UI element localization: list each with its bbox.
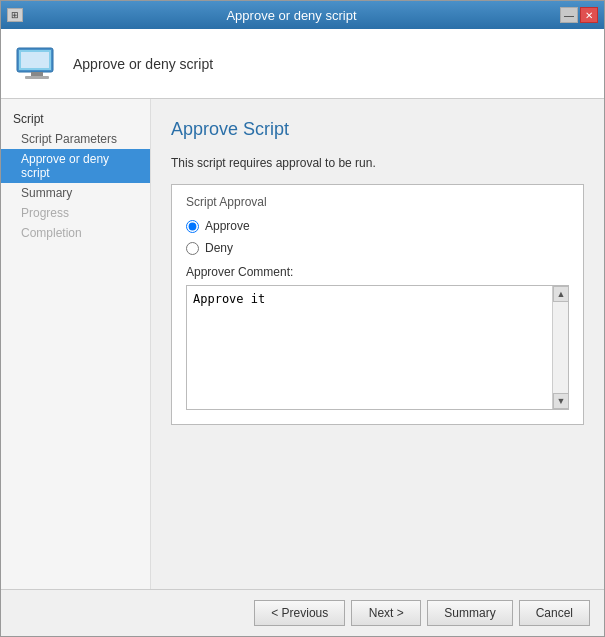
title-bar-controls: — ✕ — [560, 7, 598, 23]
window: ⊞ Approve or deny script — ✕ Approve or … — [0, 0, 605, 637]
script-approval-group: Script Approval Approve Deny Approver Co… — [171, 184, 584, 425]
sidebar-item-progress: Progress — [1, 203, 150, 223]
window-controls-left: ⊞ — [7, 8, 23, 22]
group-box-label: Script Approval — [186, 195, 569, 209]
deny-label[interactable]: Deny — [205, 241, 233, 255]
close-button[interactable]: ✕ — [580, 7, 598, 23]
sidebar-item-script-parameters[interactable]: Script Parameters — [1, 129, 150, 149]
svg-rect-2 — [31, 72, 43, 76]
sidebar-section-script: Script — [1, 109, 150, 129]
summary-button[interactable]: Summary — [427, 600, 512, 626]
window-icon: ⊞ — [7, 8, 23, 22]
next-button[interactable]: Next > — [351, 600, 421, 626]
content-area: Approve Script This script requires appr… — [151, 99, 604, 589]
scroll-down-arrow[interactable]: ▼ — [553, 393, 569, 409]
sidebar: Script Script Parameters Approve or deny… — [1, 99, 151, 589]
cancel-button[interactable]: Cancel — [519, 600, 590, 626]
approver-comment-textarea[interactable] — [187, 286, 568, 406]
header-text: Approve or deny script — [73, 56, 213, 72]
footer: < Previous Next > Summary Cancel — [1, 589, 604, 636]
approver-comment-label: Approver Comment: — [186, 265, 569, 279]
textarea-scrollbar: ▲ ▼ — [552, 286, 568, 409]
window-title: Approve or deny script — [23, 8, 560, 23]
scroll-up-arrow[interactable]: ▲ — [553, 286, 569, 302]
sidebar-item-summary[interactable]: Summary — [1, 183, 150, 203]
comment-textarea-wrapper: ▲ ▼ — [186, 285, 569, 410]
previous-button[interactable]: < Previous — [254, 600, 345, 626]
approve-radio[interactable] — [186, 220, 199, 233]
deny-radio-row[interactable]: Deny — [186, 241, 569, 255]
approve-label[interactable]: Approve — [205, 219, 250, 233]
svg-rect-4 — [21, 52, 49, 68]
header-icon — [13, 40, 61, 88]
sidebar-item-approve-deny[interactable]: Approve or deny script — [1, 149, 150, 183]
sidebar-item-completion: Completion — [1, 223, 150, 243]
content-title: Approve Script — [171, 119, 584, 140]
header-area: Approve or deny script — [1, 29, 604, 99]
main-area: Script Script Parameters Approve or deny… — [1, 99, 604, 589]
description-text: This script requires approval to be run. — [171, 156, 584, 170]
title-bar: ⊞ Approve or deny script — ✕ — [1, 1, 604, 29]
approve-radio-row[interactable]: Approve — [186, 219, 569, 233]
minimize-button[interactable]: — — [560, 7, 578, 23]
deny-radio[interactable] — [186, 242, 199, 255]
svg-rect-3 — [25, 76, 49, 79]
